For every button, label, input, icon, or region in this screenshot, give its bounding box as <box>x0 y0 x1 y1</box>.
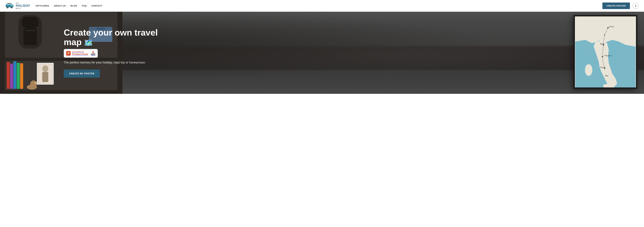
logo-map: MAP <box>16 7 30 9</box>
svg-rect-15 <box>25 30 35 31</box>
svg-text:Zürich: Zürich <box>608 26 614 28</box>
navbar: MY HOLIDAY MAP GIFTCARDS ABOUT US BLOG F… <box>0 0 644 12</box>
hero-cta-button[interactable]: CREATE MY POSTER <box>64 70 100 78</box>
logo-holiday: HOLIDAY <box>16 4 30 7</box>
logo-link[interactable]: MY HOLIDAY MAP <box>5 2 30 9</box>
nav-item-giftcards[interactable]: GIFTCARDS <box>36 4 49 7</box>
map-poster-inner: Zürich Milan Florence Rome Bari <box>575 16 636 87</box>
product-hunt-badge[interactable]: P FEATURED ON Product Hunt 483 <box>64 49 98 58</box>
ph-count-area: 483 <box>91 51 96 56</box>
hero-title-line1: Create your own travel <box>64 28 158 37</box>
hero-subtitle: The perfect memory for your holiday, roa… <box>64 60 164 65</box>
hero-title-text: Create your own travel map 🗺️ <box>64 28 158 47</box>
ph-featured-label: FEATURED ON <box>72 51 88 53</box>
ph-name: Product Hunt <box>72 53 88 56</box>
svg-rect-13 <box>22 17 38 28</box>
nav-item-blog[interactable]: BLOG <box>70 4 77 7</box>
svg-text:Milan: Milan <box>600 43 604 45</box>
svg-text:Rome: Rome <box>600 66 605 68</box>
cart-count: 0 <box>635 4 636 7</box>
svg-rect-29 <box>20 63 23 89</box>
map-poster: Zürich Milan Florence Rome Bari <box>574 15 637 89</box>
navbar-right: CREATE POSTER 0 <box>602 2 639 9</box>
svg-text:Florence: Florence <box>604 55 612 57</box>
nav-links: GIFTCARDS ABOUT US BLOG FAQ CONTACT <box>36 4 102 7</box>
create-poster-button[interactable]: CREATE POSTER <box>602 2 630 9</box>
hero-title: Create your own travel map 🗺️ P FEATURED… <box>64 28 164 58</box>
svg-rect-2 <box>7 4 9 5</box>
nav-item-contact[interactable]: CONTACT <box>91 4 102 7</box>
cart-button[interactable]: 0 <box>632 3 639 9</box>
navbar-left: MY HOLIDAY MAP GIFTCARDS ABOUT US BLOG F… <box>5 2 102 9</box>
hero-title-line2: map <box>64 37 82 47</box>
svg-point-40 <box>585 64 592 76</box>
svg-rect-25 <box>7 62 10 89</box>
nav-link-faq[interactable]: FAQ <box>82 4 86 7</box>
ph-text: FEATURED ON Product Hunt <box>72 51 88 56</box>
map-svg: Zürich Milan Florence Rome Bari <box>575 16 636 87</box>
svg-rect-11 <box>8 3 11 4</box>
hero-content: Create your own travel map 🗺️ P FEATURED… <box>64 28 164 78</box>
svg-rect-28 <box>17 63 20 89</box>
map-emoji: 🗺️ <box>84 39 93 47</box>
logo-my: MY <box>16 2 30 4</box>
svg-rect-3 <box>9 4 11 5</box>
svg-rect-10 <box>6 6 13 6</box>
svg-rect-37 <box>42 72 48 82</box>
logo-text: MY HOLIDAY MAP <box>16 2 30 9</box>
svg-text:Bari: Bari <box>605 75 608 77</box>
nav-item-about[interactable]: ABOUT US <box>54 4 66 7</box>
nav-link-about[interactable]: ABOUT US <box>54 4 66 7</box>
logo-van-icon <box>5 3 14 9</box>
svg-point-7 <box>7 7 8 8</box>
ph-arrow-icon <box>92 51 94 53</box>
svg-point-9 <box>11 7 12 8</box>
svg-rect-26 <box>10 64 13 89</box>
svg-rect-14 <box>24 28 37 45</box>
nav-item-faq[interactable]: FAQ <box>82 4 86 7</box>
svg-rect-27 <box>14 61 16 89</box>
ph-logo-icon: P <box>66 51 71 56</box>
hero-section: Zürich Milan Florence Rome Bari Create y… <box>0 12 644 94</box>
ph-count: 483 <box>91 53 96 56</box>
svg-point-36 <box>42 65 48 72</box>
nav-link-giftcards[interactable]: GIFTCARDS <box>36 4 49 7</box>
nav-link-blog[interactable]: BLOG <box>70 4 77 7</box>
backpack-large-icon <box>14 15 47 57</box>
svg-rect-24 <box>0 90 122 94</box>
svg-rect-21 <box>0 12 5 94</box>
nav-link-contact[interactable]: CONTACT <box>91 4 102 7</box>
